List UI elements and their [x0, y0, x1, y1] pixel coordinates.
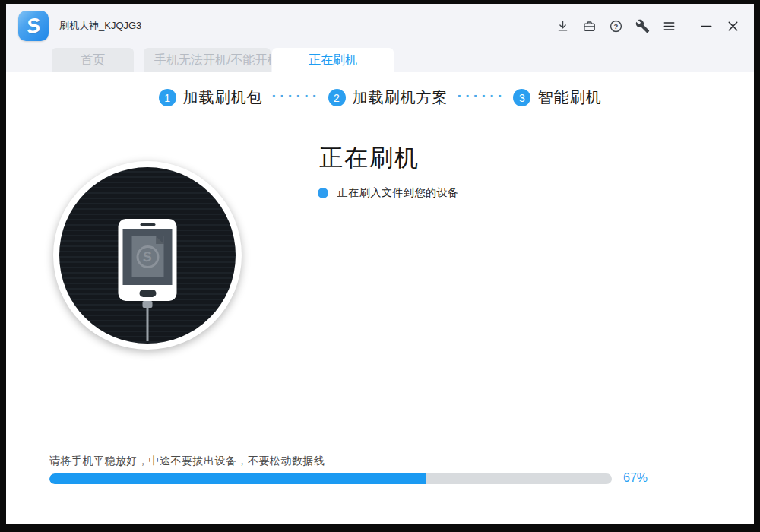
toolbox-icon[interactable] — [581, 18, 597, 33]
app-logo: S — [18, 11, 49, 41]
phone-speaker — [140, 223, 155, 226]
download-icon[interactable] — [555, 18, 570, 33]
tab-flashing[interactable]: 正在刷机 — [272, 48, 394, 72]
menu-icon[interactable] — [661, 18, 676, 33]
phone-screen: S — [123, 229, 173, 285]
page-title: 正在刷机 — [319, 142, 420, 174]
status-text: 正在刷入文件到您的设备 — [337, 186, 459, 200]
tab-home[interactable]: 首页 — [52, 48, 134, 72]
tabbar: 首页 手机无法开机/不能开机 正在刷机 — [6, 48, 754, 72]
step-number-badge: 2 — [328, 89, 346, 106]
app-window: S 刷机大神_KJQJG3 ? — [6, 4, 754, 524]
titlebar-icons: ? — [555, 4, 740, 48]
progress-row: 67% — [49, 473, 733, 485]
progress-percent-label: 67% — [623, 471, 648, 485]
window-title: 刷机大神_KJQJG3 — [59, 19, 141, 33]
step-load-package: 1 加载刷机包 — [159, 87, 263, 108]
step-connector-dots: ······ — [272, 88, 321, 103]
firmware-file-icon: S — [131, 236, 163, 277]
step-number-badge: 1 — [159, 89, 176, 106]
minimize-icon[interactable] — [698, 18, 714, 33]
usb-cable-plug — [143, 301, 153, 308]
progress-fill — [49, 473, 426, 484]
titlebar: S 刷机大神_KJQJG3 ? — [6, 4, 754, 48]
phone-graphic: S — [119, 219, 177, 301]
step-number-badge: 3 — [513, 89, 530, 106]
file-logo-icon: S — [136, 245, 159, 268]
wrench-icon[interactable] — [635, 18, 650, 33]
help-icon[interactable]: ? — [608, 18, 623, 33]
content: 1 加载刷机包 ······ 2 加载刷机方案 ······ 3 智能刷机 — [6, 72, 754, 524]
svg-text:?: ? — [613, 21, 618, 30]
warning-text: 请将手机平稳放好，中途不要拔出设备，不要松动数据线 — [49, 454, 325, 468]
file-fold-corner — [156, 236, 163, 244]
app-logo-letter: S — [25, 14, 42, 36]
step-load-plan: 2 加载刷机方案 — [328, 87, 448, 108]
step-smart-flash: 3 智能刷机 — [513, 87, 601, 108]
usb-cable-line — [147, 308, 149, 341]
tab-phone-wont-boot[interactable]: 手机无法开机/不能开机 — [144, 48, 271, 72]
status-row: 正在刷入文件到您的设备 — [318, 186, 459, 200]
steps-progress: 1 加载刷机包 ······ 2 加载刷机方案 ······ 3 智能刷机 — [6, 87, 754, 108]
file-logo-letter: S — [142, 249, 153, 264]
phone-home-button — [139, 290, 156, 297]
phone-illustration: S — [53, 161, 242, 350]
status-dot-icon — [318, 188, 328, 198]
dark-circle: S — [59, 167, 236, 344]
progress-bar — [49, 473, 612, 484]
close-icon[interactable] — [725, 18, 740, 33]
step-connector-dots: ······ — [458, 88, 506, 103]
